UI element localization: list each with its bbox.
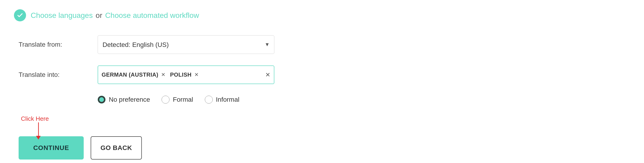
tone-formal-radio[interactable] [162, 96, 170, 104]
header-text: Choose languages or Choose automated wor… [31, 11, 199, 20]
tone-formal[interactable]: Formal [162, 96, 193, 104]
translate-into-box[interactable]: GERMAN (AUSTRIA) ✕ POLISH ✕ ✕ [98, 65, 274, 84]
tone-no-preference[interactable]: No preference [98, 96, 150, 104]
tone-informal-label: Informal [216, 96, 240, 103]
tone-no-preference-radio[interactable] [98, 96, 106, 104]
arrow-down-icon [38, 122, 39, 136]
tag-german-austria: GERMAN (AUSTRIA) ✕ [102, 72, 165, 78]
continue-button[interactable]: CONTINUE [18, 136, 84, 160]
choose-languages-link[interactable]: Choose languages [31, 11, 93, 19]
form-area: Translate from: Detected: English (US) E… [14, 35, 630, 104]
tag-polish-label: POLISH [170, 72, 191, 78]
choose-workflow-link[interactable]: Choose automated workflow [105, 11, 199, 19]
tone-row: No preference Formal Informal [18, 96, 630, 104]
tone-no-preference-label: No preference [109, 96, 150, 103]
header-separator: or [96, 11, 102, 19]
tone-informal[interactable]: Informal [205, 96, 240, 104]
translate-into-clear-all[interactable]: ✕ [265, 71, 270, 78]
go-back-button[interactable]: GO BACK [91, 136, 142, 160]
buttons-row: CONTINUE GO BACK [18, 136, 630, 160]
translate-from-select-wrapper: Detected: English (US) English (US) Fren… [98, 35, 274, 54]
translate-from-row: Translate from: Detected: English (US) E… [18, 35, 630, 54]
translate-into-row: Translate into: GERMAN (AUSTRIA) ✕ POLIS… [18, 65, 630, 84]
tone-informal-radio[interactable] [205, 96, 213, 104]
translate-from-label: Translate from: [18, 41, 88, 48]
tag-polish-remove[interactable]: ✕ [194, 72, 199, 78]
bottom-section: Click Here CONTINUE GO BACK [14, 115, 630, 160]
tag-german-austria-remove[interactable]: ✕ [161, 72, 166, 78]
header-row: Choose languages or Choose automated wor… [14, 9, 630, 21]
arrow-container [18, 122, 58, 136]
tag-polish: POLISH ✕ [170, 72, 198, 78]
page-container: Choose languages or Choose automated wor… [14, 9, 630, 160]
click-here-text: Click Here [21, 115, 630, 122]
tag-german-austria-label: GERMAN (AUSTRIA) [102, 72, 158, 78]
tone-formal-label: Formal [173, 96, 193, 103]
translate-from-select[interactable]: Detected: English (US) English (US) Fren… [98, 35, 274, 54]
check-circle-icon [14, 9, 26, 21]
translate-into-label: Translate into: [18, 71, 88, 78]
